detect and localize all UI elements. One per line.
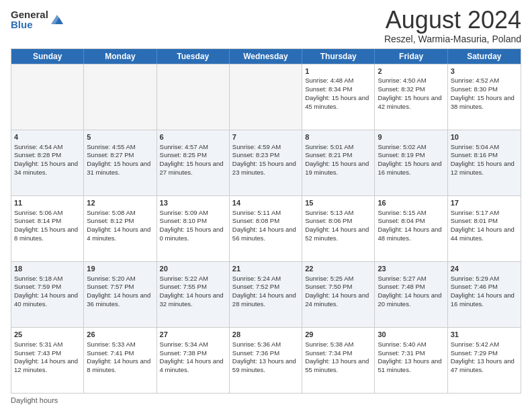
day-info: Sunrise: 5:18 AM Sunset: 7:59 PM Dayligh… (14, 275, 78, 308)
day-number: 14 (232, 198, 299, 208)
day-info: Sunrise: 5:02 AM Sunset: 8:19 PM Dayligh… (378, 143, 441, 176)
day-number: 21 (232, 264, 299, 274)
logo-blue-text: Blue (11, 19, 48, 30)
day-number: 15 (305, 198, 371, 208)
calendar-day-header: Sunday (11, 49, 84, 64)
day-number: 29 (305, 330, 371, 340)
calendar-day-header: Friday (375, 49, 447, 64)
calendar-cell: 17Sunrise: 5:17 AM Sunset: 8:01 PM Dayli… (448, 196, 521, 261)
calendar-cell: 19Sunrise: 5:20 AM Sunset: 7:57 PM Dayli… (84, 262, 157, 327)
day-number: 23 (378, 264, 444, 274)
calendar-cell: 16Sunrise: 5:15 AM Sunset: 8:04 PM Dayli… (375, 196, 447, 261)
calendar-row: 4Sunrise: 4:54 AM Sunset: 8:28 PM Daylig… (11, 130, 521, 195)
day-info: Sunrise: 5:06 AM Sunset: 8:14 PM Dayligh… (14, 209, 78, 242)
day-number: 31 (451, 330, 518, 340)
calendar-cell: 2Sunrise: 4:50 AM Sunset: 8:32 PM Daylig… (375, 64, 447, 130)
day-number: 3 (451, 66, 518, 77)
calendar-cell: 5Sunrise: 4:55 AM Sunset: 8:27 PM Daylig… (84, 130, 157, 195)
calendar-cell: 7Sunrise: 4:59 AM Sunset: 8:23 PM Daylig… (230, 130, 302, 195)
day-info: Sunrise: 4:50 AM Sunset: 8:32 PM Dayligh… (378, 77, 441, 109)
calendar-cell (230, 64, 302, 130)
day-info: Sunrise: 5:27 AM Sunset: 7:48 PM Dayligh… (378, 275, 441, 308)
day-number: 17 (451, 198, 518, 208)
day-info: Sunrise: 5:25 AM Sunset: 7:50 PM Dayligh… (305, 275, 369, 308)
calendar-row: 1Sunrise: 4:48 AM Sunset: 8:34 PM Daylig… (11, 64, 521, 130)
day-info: Sunrise: 5:17 AM Sunset: 8:01 PM Dayligh… (451, 209, 515, 242)
day-info: Sunrise: 4:55 AM Sunset: 8:27 PM Dayligh… (87, 143, 150, 176)
calendar-cell (11, 64, 84, 130)
calendar-cell: 13Sunrise: 5:09 AM Sunset: 8:10 PM Dayli… (157, 196, 230, 261)
day-info: Sunrise: 5:15 AM Sunset: 8:04 PM Dayligh… (378, 209, 441, 242)
subtitle: Reszel, Warmia-Masuria, Poland (384, 34, 521, 44)
day-number: 30 (378, 330, 444, 340)
calendar-header: SundayMondayTuesdayWednesdayThursdayFrid… (11, 49, 521, 64)
calendar: SundayMondayTuesdayWednesdayThursdayFrid… (11, 48, 521, 394)
calendar-body: 1Sunrise: 4:48 AM Sunset: 8:34 PM Daylig… (11, 64, 521, 393)
calendar-row: 18Sunrise: 5:18 AM Sunset: 7:59 PM Dayli… (11, 261, 521, 327)
day-info: Sunrise: 5:42 AM Sunset: 7:29 PM Dayligh… (451, 340, 515, 373)
calendar-cell: 25Sunrise: 5:31 AM Sunset: 7:43 PM Dayli… (11, 328, 84, 393)
day-number: 4 (14, 132, 81, 142)
day-number: 18 (14, 264, 81, 274)
day-number: 20 (160, 264, 226, 274)
day-number: 2 (378, 66, 444, 77)
calendar-cell: 26Sunrise: 5:33 AM Sunset: 7:41 PM Dayli… (84, 328, 157, 393)
calendar-day-header: Tuesday (157, 49, 230, 64)
calendar-day-header: Saturday (448, 49, 521, 64)
day-info: Sunrise: 5:40 AM Sunset: 7:31 PM Dayligh… (378, 340, 441, 373)
footer: Daylight hours (11, 396, 521, 404)
day-number: 19 (87, 264, 153, 274)
day-info: Sunrise: 5:20 AM Sunset: 7:57 PM Dayligh… (87, 275, 150, 308)
day-info: Sunrise: 5:38 AM Sunset: 7:34 PM Dayligh… (305, 340, 369, 373)
day-info: Sunrise: 5:08 AM Sunset: 8:12 PM Dayligh… (87, 209, 150, 242)
calendar-cell: 18Sunrise: 5:18 AM Sunset: 7:59 PM Dayli… (11, 262, 84, 327)
calendar-cell: 4Sunrise: 4:54 AM Sunset: 8:28 PM Daylig… (11, 130, 84, 195)
logo-general-text: General (11, 9, 48, 19)
calendar-cell: 23Sunrise: 5:27 AM Sunset: 7:48 PM Dayli… (375, 262, 447, 327)
calendar-day-header: Monday (84, 49, 157, 64)
calendar-cell: 28Sunrise: 5:36 AM Sunset: 7:36 PM Dayli… (230, 328, 302, 393)
day-info: Sunrise: 5:24 AM Sunset: 7:52 PM Dayligh… (232, 275, 296, 308)
day-info: Sunrise: 5:09 AM Sunset: 8:10 PM Dayligh… (160, 209, 224, 242)
day-info: Sunrise: 5:33 AM Sunset: 7:41 PM Dayligh… (87, 340, 150, 373)
day-number: 6 (160, 132, 226, 142)
day-number: 8 (305, 132, 371, 142)
calendar-cell: 12Sunrise: 5:08 AM Sunset: 8:12 PM Dayli… (84, 196, 157, 261)
day-number: 13 (160, 198, 226, 208)
calendar-cell: 15Sunrise: 5:13 AM Sunset: 8:06 PM Dayli… (302, 196, 375, 261)
calendar-cell: 3Sunrise: 4:52 AM Sunset: 8:30 PM Daylig… (448, 64, 521, 130)
calendar-cell: 24Sunrise: 5:29 AM Sunset: 7:46 PM Dayli… (448, 262, 521, 327)
day-info: Sunrise: 4:57 AM Sunset: 8:25 PM Dayligh… (160, 143, 224, 176)
day-number: 24 (451, 264, 518, 274)
day-number: 7 (232, 132, 299, 142)
day-number: 26 (87, 330, 153, 340)
day-number: 22 (305, 264, 371, 274)
day-info: Sunrise: 5:29 AM Sunset: 7:46 PM Dayligh… (451, 275, 515, 308)
day-number: 5 (87, 132, 153, 142)
day-number: 16 (378, 198, 444, 208)
main-title: August 2024 (384, 7, 521, 34)
day-number: 12 (87, 198, 153, 208)
logo-icon (50, 12, 64, 27)
calendar-cell: 11Sunrise: 5:06 AM Sunset: 8:14 PM Dayli… (11, 196, 84, 261)
day-number: 27 (160, 330, 226, 340)
calendar-cell: 10Sunrise: 5:04 AM Sunset: 8:16 PM Dayli… (448, 130, 521, 195)
day-info: Sunrise: 5:01 AM Sunset: 8:21 PM Dayligh… (305, 143, 369, 176)
day-info: Sunrise: 5:04 AM Sunset: 8:16 PM Dayligh… (451, 143, 515, 176)
calendar-cell (157, 64, 230, 130)
day-number: 25 (14, 330, 81, 340)
calendar-cell: 22Sunrise: 5:25 AM Sunset: 7:50 PM Dayli… (302, 262, 375, 327)
calendar-row: 11Sunrise: 5:06 AM Sunset: 8:14 PM Dayli… (11, 195, 521, 261)
calendar-cell: 8Sunrise: 5:01 AM Sunset: 8:21 PM Daylig… (302, 130, 375, 195)
day-info: Sunrise: 5:34 AM Sunset: 7:38 PM Dayligh… (160, 340, 224, 373)
calendar-cell: 30Sunrise: 5:40 AM Sunset: 7:31 PM Dayli… (375, 328, 447, 393)
calendar-cell: 29Sunrise: 5:38 AM Sunset: 7:34 PM Dayli… (302, 328, 375, 393)
day-info: Sunrise: 5:11 AM Sunset: 8:08 PM Dayligh… (232, 209, 296, 242)
day-number: 9 (378, 132, 444, 142)
page-header: General Blue August 2024 Reszel, Warmia-… (11, 7, 521, 44)
day-info: Sunrise: 5:13 AM Sunset: 8:06 PM Dayligh… (305, 209, 369, 242)
day-info: Sunrise: 5:36 AM Sunset: 7:36 PM Dayligh… (232, 340, 296, 373)
day-info: Sunrise: 4:59 AM Sunset: 8:23 PM Dayligh… (232, 143, 296, 176)
calendar-cell: 27Sunrise: 5:34 AM Sunset: 7:38 PM Dayli… (157, 328, 230, 393)
calendar-cell: 1Sunrise: 4:48 AM Sunset: 8:34 PM Daylig… (302, 64, 375, 130)
